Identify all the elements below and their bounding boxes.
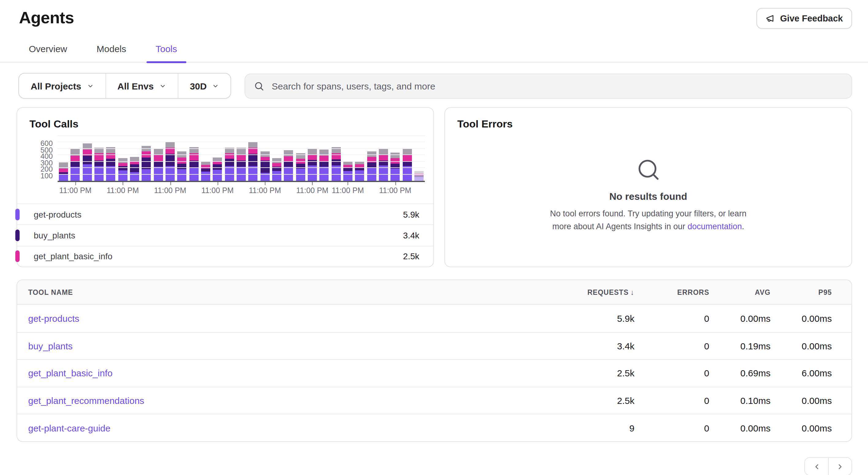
tool-name-link[interactable]: get_plant_basic_info bbox=[28, 368, 113, 378]
chart-bar[interactable] bbox=[225, 148, 234, 181]
chart-bar[interactable] bbox=[83, 144, 92, 181]
tool-calls-title: Tool Calls bbox=[17, 108, 433, 131]
x-tick-label: 11:00 PM bbox=[332, 186, 364, 195]
chart-bar[interactable] bbox=[296, 153, 305, 181]
x-tick-label: 11:00 PM bbox=[296, 186, 328, 195]
search-bar[interactable] bbox=[245, 73, 852, 98]
cell-avg: 0.69ms bbox=[709, 368, 771, 378]
chart-bar[interactable] bbox=[343, 161, 352, 181]
chart-bar[interactable] bbox=[331, 147, 341, 181]
empty-desc-period: . bbox=[742, 222, 744, 231]
legend-row-get-products[interactable]: get-products5.9k bbox=[17, 204, 433, 225]
chart-bar[interactable] bbox=[355, 161, 365, 181]
table-row: get_plant_recommendations2.5k00.10ms0.00… bbox=[17, 387, 851, 414]
cell-requests: 3.4k bbox=[536, 341, 634, 351]
x-tick-label: 11:00 PM bbox=[202, 186, 234, 195]
tool-name-link[interactable]: get_plant_recommendations bbox=[28, 395, 144, 406]
empty-state-title: No results found bbox=[609, 191, 687, 202]
legend-row-get_plant_basic_info[interactable]: get_plant_basic_info2.5k bbox=[17, 246, 433, 266]
tab-models[interactable]: Models bbox=[86, 37, 137, 62]
column-header-errors[interactable]: ERRORS bbox=[634, 288, 709, 296]
table-row: get-products5.9k00.00ms0.00ms bbox=[17, 305, 851, 332]
give-feedback-button[interactable]: Give Feedback bbox=[756, 8, 852, 29]
legend-tool-name: get_plant_basic_info bbox=[34, 252, 113, 261]
chart-bar[interactable] bbox=[142, 146, 151, 181]
chart-bar[interactable] bbox=[154, 149, 163, 181]
tool-calls-chart: 11:00 PM11:00 PM11:00 PM11:00 PM11:00 PM… bbox=[29, 139, 425, 197]
chart-plot-area bbox=[58, 139, 425, 182]
sort-desc-icon: ↓ bbox=[630, 288, 634, 296]
cell-p95: 0.00ms bbox=[771, 422, 832, 433]
give-feedback-label: Give Feedback bbox=[780, 13, 843, 23]
chart-bar[interactable] bbox=[71, 149, 80, 181]
chart-bar[interactable] bbox=[260, 151, 270, 181]
cell-requests: 5.9k bbox=[536, 313, 634, 324]
tool-name-link[interactable]: buy_plants bbox=[28, 341, 73, 351]
legend-color-swatch bbox=[15, 251, 20, 262]
chart-bar[interactable] bbox=[94, 148, 103, 181]
x-tick-label: 11:00 PM bbox=[59, 186, 91, 195]
envs-filter-label: All Envs bbox=[117, 81, 154, 91]
column-header-requests[interactable]: REQUESTS↓ bbox=[536, 288, 634, 296]
legend-tool-count: 5.9k bbox=[403, 209, 419, 219]
chart-bar[interactable] bbox=[402, 149, 412, 181]
chart-bar[interactable] bbox=[189, 147, 198, 181]
chart-bar[interactable] bbox=[237, 148, 246, 181]
legend-color-swatch bbox=[15, 229, 20, 241]
cell-requests: 2.5k bbox=[536, 368, 634, 378]
tools-table: TOOL NAME REQUESTS↓ ERRORS AVG P95 get-p… bbox=[17, 280, 852, 442]
legend-color-swatch bbox=[15, 209, 20, 220]
chart-bar[interactable] bbox=[272, 158, 281, 181]
table-header-row: TOOL NAME REQUESTS↓ ERRORS AVG P95 bbox=[17, 280, 851, 305]
projects-filter-dropdown[interactable]: All Projects bbox=[19, 73, 105, 98]
cell-avg: 0.00ms bbox=[709, 422, 771, 433]
chart-bar[interactable] bbox=[178, 151, 187, 181]
envs-filter-dropdown[interactable]: All Envs bbox=[105, 73, 178, 98]
chart-bar[interactable] bbox=[130, 157, 139, 181]
cell-errors: 0 bbox=[634, 368, 709, 378]
legend-tool-count: 3.4k bbox=[403, 230, 419, 240]
chevron-down-icon bbox=[159, 83, 166, 90]
date-range-dropdown[interactable]: 30D bbox=[178, 73, 230, 98]
cell-errors: 0 bbox=[634, 341, 709, 351]
chart-bar[interactable] bbox=[391, 153, 400, 181]
documentation-link[interactable]: documentation bbox=[687, 222, 742, 231]
chart-bar[interactable] bbox=[367, 151, 376, 181]
tab-tools[interactable]: Tools bbox=[145, 37, 188, 62]
cell-p95: 0.00ms bbox=[771, 313, 832, 324]
legend-row-buy_plants[interactable]: buy_plants3.4k bbox=[17, 225, 433, 246]
x-tick-label: 11:00 PM bbox=[107, 186, 139, 195]
chart-bar[interactable] bbox=[308, 149, 317, 181]
table-row: get-plant-care-guide900.00ms0.00ms bbox=[17, 414, 851, 441]
legend-tool-count: 2.5k bbox=[403, 252, 419, 261]
chart-bar[interactable] bbox=[106, 147, 116, 181]
legend-tool-name: get-products bbox=[34, 209, 82, 219]
next-page-button[interactable] bbox=[828, 458, 851, 475]
tool-name-link[interactable]: get-products bbox=[28, 313, 80, 324]
search-input[interactable] bbox=[271, 80, 843, 92]
cell-errors: 0 bbox=[634, 313, 709, 324]
column-header-tool-name[interactable]: TOOL NAME bbox=[17, 288, 536, 296]
chart-bar[interactable] bbox=[118, 158, 127, 181]
cell-avg: 0.10ms bbox=[709, 395, 771, 406]
chevron-right-icon bbox=[836, 463, 844, 470]
tab-overview[interactable]: Overview bbox=[19, 37, 78, 62]
chart-bar[interactable] bbox=[201, 161, 210, 181]
agents-insights-page: Agents Give Feedback Overview Models Too… bbox=[0, 0, 868, 475]
table-row: buy_plants3.4k00.19ms0.00ms bbox=[17, 332, 851, 359]
search-empty-icon bbox=[636, 157, 661, 183]
tool-name-link[interactable]: get-plant-care-guide bbox=[28, 422, 111, 433]
filter-group: All Projects All Envs 30D bbox=[19, 73, 231, 99]
cell-p95: 0.00ms bbox=[771, 395, 832, 406]
column-header-avg[interactable]: AVG bbox=[709, 288, 771, 296]
x-tick-label: 11:00 PM bbox=[249, 186, 281, 195]
chart-bar[interactable] bbox=[320, 150, 329, 181]
previous-page-button[interactable] bbox=[805, 458, 828, 475]
column-header-p95[interactable]: P95 bbox=[771, 288, 832, 296]
summary-cards: Tool Calls 11:00 PM11:00 PM11:00 PM11:00… bbox=[0, 99, 868, 267]
legend-tool-name: buy_plants bbox=[34, 230, 75, 240]
chart-bar[interactable] bbox=[379, 149, 388, 181]
tool-errors-title: Tool Errors bbox=[445, 108, 851, 131]
chart-bar[interactable] bbox=[414, 171, 424, 181]
chart-bar[interactable] bbox=[59, 162, 68, 181]
